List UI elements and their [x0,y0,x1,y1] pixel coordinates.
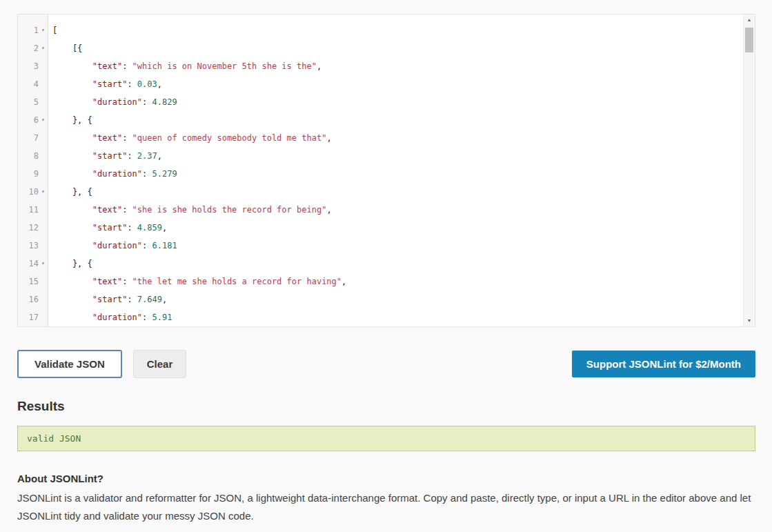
line-number[interactable]: 11 [18,201,48,219]
line-number[interactable]: 9 [18,165,48,183]
jsonlint-page: 1▾2▾3456▾78910▾11121314▾151617 [ [{ "tex… [0,0,772,525]
line-number[interactable]: 15 [18,273,48,290]
validation-result-box: valid JSON [17,426,755,451]
scrollbar-up-icon[interactable]: ▲ [747,14,752,26]
editor-code[interactable]: [ [{ "text": "which is on November 5th s… [48,14,755,326]
code-line[interactable]: "start": 7.649, [52,290,755,308]
toolbar: Validate JSON Clear Support JSONLint for… [17,350,755,378]
code-line[interactable]: "text": "queen of comedy somebody told m… [52,129,755,147]
code-line[interactable]: "duration": 5.91 [52,308,755,326]
line-number[interactable]: 4 [18,75,48,93]
about-section: About JSONLint? JSONLint is a validator … [17,473,755,525]
code-line[interactable]: "start": 0.03, [52,75,755,93]
toolbar-left: Validate JSON Clear [17,350,186,378]
line-number[interactable]: 16 [18,290,48,308]
line-number[interactable]: 8 [18,147,48,165]
line-number[interactable]: 7 [18,129,48,147]
code-line[interactable]: [{ [52,39,755,57]
code-line[interactable]: "duration": 4.829 [52,93,755,111]
support-button[interactable]: Support JSONLint for $2/Month [572,351,755,377]
code-line[interactable]: "duration": 5.279 [52,165,755,183]
code-line[interactable]: }, { [52,111,755,129]
line-number[interactable]: 5 [18,93,48,111]
fold-arrow-icon[interactable]: ▾ [39,255,48,273]
line-number[interactable]: 1▾ [18,21,48,39]
code-line[interactable]: "start": 4.859, [52,219,755,237]
line-number[interactable]: 10▾ [18,183,48,201]
validate-json-button[interactable]: Validate JSON [17,350,122,378]
line-number[interactable]: 12 [18,219,48,237]
line-number[interactable]: 6▾ [18,111,48,129]
fold-arrow-icon[interactable]: ▾ [39,21,48,39]
code-line[interactable]: "start": 2.37, [52,147,755,165]
code-line[interactable]: "text": "she is she holds the record for… [52,201,755,219]
line-number[interactable]: 13 [18,237,48,255]
code-line[interactable]: }, { [52,255,755,273]
code-line[interactable]: "text": "the let me she holds a record f… [52,273,755,290]
code-line[interactable]: }, { [52,183,755,201]
editor-gutter: 1▾2▾3456▾78910▾11121314▾151617 [18,14,48,326]
line-number[interactable]: 3 [18,57,48,75]
scrollbar-down-icon[interactable]: ▼ [747,315,752,326]
line-number[interactable]: 2▾ [18,39,48,57]
editor-scrollbar[interactable]: ▲ ▼ [743,14,755,326]
scrollbar-thumb[interactable] [745,28,753,52]
line-number[interactable]: 14▾ [18,255,48,273]
code-line[interactable]: "duration": 6.181 [52,237,755,255]
fold-arrow-icon[interactable]: ▾ [39,39,48,57]
json-editor[interactable]: 1▾2▾3456▾78910▾11121314▾151617 [ [{ "tex… [17,14,755,327]
clear-button[interactable]: Clear [133,350,187,378]
fold-arrow-icon[interactable]: ▾ [39,183,48,201]
line-number[interactable]: 17 [18,308,48,326]
about-text: JSONLint is a validator and reformatter … [17,489,755,525]
fold-arrow-icon[interactable]: ▾ [39,111,48,129]
code-line[interactable]: [ [52,21,755,39]
code-line[interactable]: "text": "which is on November 5th she is… [52,57,755,75]
result-message: valid JSON [27,433,81,444]
results-heading: Results [17,399,755,414]
about-heading: About JSONLint? [17,473,755,484]
